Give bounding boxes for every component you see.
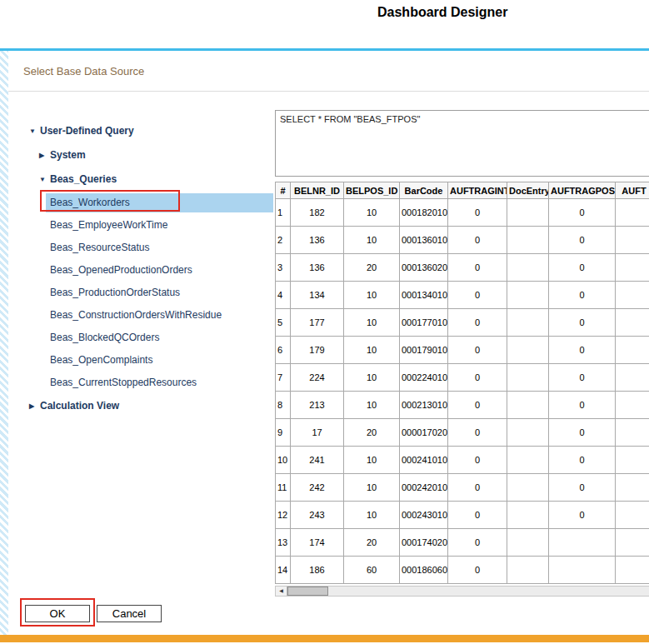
sql-query-editor[interactable]: SELECT * FROM "BEAS_FTPOS" [275, 110, 649, 177]
tree-item-beas-opencomplaints[interactable]: Beas_OpenComplaints [46, 351, 273, 370]
table-cell: 182 [291, 199, 344, 227]
column-header[interactable]: AUFTRAGPOS [549, 182, 616, 199]
table-cell [507, 529, 549, 557]
table-row[interactable]: 9172000001702000 [276, 419, 649, 447]
table-row[interactable]: 112421000024201000 [276, 474, 649, 502]
column-header[interactable]: DocEntry [507, 182, 549, 199]
tree-item-calculation-view[interactable]: ▶Calculation View [29, 397, 279, 414]
chevron-expanded-icon[interactable]: ▼ [29, 123, 40, 140]
cancel-button[interactable]: Cancel [97, 605, 162, 622]
tree-item-label: Beas_CurrentStoppedResources [50, 377, 197, 388]
table-cell: 0 [448, 419, 507, 447]
table-cell: 8 [276, 392, 291, 419]
table-cell: 213 [291, 392, 344, 419]
table-cell: 1 [276, 199, 291, 227]
tree-item-label: Beas_BlockedQCOrders [50, 332, 159, 343]
table-cell: 0 [549, 447, 616, 474]
table-cell [616, 282, 649, 309]
table-row[interactable]: 13174200001740200 [276, 529, 649, 557]
column-header[interactable]: BELNR_ID [291, 182, 344, 199]
table-row[interactable]: 21361000013601000 [276, 227, 649, 254]
table-row[interactable]: 122431000024301000 [276, 502, 649, 529]
table-cell: 0 [549, 199, 616, 227]
table-cell [507, 502, 549, 529]
column-header[interactable]: AUFTRAGINT [448, 182, 507, 199]
table-row[interactable]: 102411000024101000 [276, 447, 649, 474]
table-cell: 0 [549, 474, 616, 502]
table-cell: 6 [276, 337, 291, 364]
tree-item-label: Beas_ProductionOrderStatus [50, 287, 180, 298]
table-cell: 0 [549, 364, 616, 392]
tree-item-beas-productionorderstatus[interactable]: Beas_ProductionOrderStatus [46, 283, 273, 302]
ok-button[interactable]: OK [25, 605, 90, 622]
table-row[interactable]: 31362000013602000 [276, 254, 649, 282]
table-row[interactable]: 14186600001860600 [276, 557, 649, 584]
table-row[interactable]: 61791000017901000 [276, 337, 649, 364]
table-row[interactable]: 72241000022401000 [276, 364, 649, 392]
table-row[interactable]: 82131000021301000 [276, 392, 649, 419]
table-cell [507, 227, 549, 254]
chevron-expanded-icon[interactable]: ▼ [39, 172, 50, 188]
tree-item-beas-blockedqcorders[interactable]: Beas_BlockedQCOrders [46, 328, 273, 347]
table-cell: 000182010 [400, 199, 448, 227]
column-header[interactable]: AUFT [616, 182, 649, 199]
table-cell: 134 [291, 282, 344, 309]
table-cell [507, 474, 549, 502]
table-cell [616, 419, 649, 447]
table-cell: 10 [344, 309, 400, 337]
tree-item-label: Beas_EmployeeWorkTime [50, 219, 167, 231]
column-header[interactable]: BarCode [400, 182, 448, 199]
tree-item-beas-openedproductionorders[interactable]: Beas_OpenedProductionOrders [46, 261, 273, 280]
bottom-orange-bar [0, 635, 649, 642]
table-row[interactable]: 51771000017701000 [276, 309, 649, 337]
table-cell [507, 419, 549, 447]
table-cell: 0 [549, 282, 616, 309]
table-cell: 0 [448, 502, 507, 529]
table-cell: 0 [549, 502, 616, 529]
tree-item-label: Beas_Workorders [50, 197, 130, 208]
table-row[interactable]: 41341000013401000 [276, 282, 649, 309]
table-cell: 0 [448, 282, 507, 309]
table-cell [616, 557, 649, 584]
header-separator [8, 91, 649, 92]
column-header[interactable]: BELPOS_ID [344, 182, 400, 199]
tree-item-system[interactable]: ▶System [29, 147, 279, 163]
table-cell [507, 557, 549, 584]
table-cell [507, 282, 549, 309]
table-cell: 0 [448, 447, 507, 474]
table-cell: 000174020 [400, 529, 448, 557]
tree-item-beas-constructionorderswithresidue[interactable]: Beas_ConstructionOrdersWithResidue [46, 306, 273, 325]
scroll-left-icon[interactable]: ◀ [276, 587, 287, 596]
table-cell [507, 199, 549, 227]
tree-item-beas-queries[interactable]: ▼Beas_Queries [29, 171, 279, 187]
chevron-collapsed-icon[interactable]: ▶ [29, 398, 40, 415]
table-cell: 000177010 [400, 309, 448, 337]
tree-item-beas-workorders[interactable]: Beas_Workorders [46, 193, 273, 212]
table-cell [549, 557, 616, 584]
table-cell: 10 [344, 502, 400, 529]
horizontal-scrollbar[interactable]: ◀ [275, 586, 649, 597]
column-header[interactable]: # [276, 182, 291, 199]
table-cell [616, 392, 649, 419]
table-cell [507, 309, 549, 337]
tree-item-beas-currentstoppedresources[interactable]: Beas_CurrentStoppedResources [46, 373, 273, 392]
table-cell: 10 [344, 392, 400, 419]
chevron-collapsed-icon[interactable]: ▶ [39, 147, 50, 164]
table-row[interactable]: 11821000018201000 [276, 199, 649, 227]
table-cell: 20 [344, 529, 400, 557]
table-cell: 000242010 [400, 474, 448, 502]
table-cell: 0 [549, 227, 616, 254]
table-cell: 242 [291, 474, 344, 502]
tree-item-user-defined-query[interactable]: ▼User-Defined Query [29, 122, 279, 139]
tree-item-beas-resourcestatus[interactable]: Beas_ResourceStatus [46, 238, 273, 257]
left-stripe-decoration [0, 51, 8, 635]
table-cell: 0 [448, 529, 507, 557]
table-cell [616, 364, 649, 392]
table-cell: 0 [448, 254, 507, 282]
tree-item-beas-employeeworktime[interactable]: Beas_EmployeeWorkTime [46, 216, 273, 235]
table-cell: 4 [276, 282, 291, 309]
table-cell: 0 [448, 227, 507, 254]
scrollbar-thumb[interactable] [287, 587, 328, 596]
table-cell: 10 [344, 474, 400, 502]
table-cell: 000224010 [400, 364, 448, 392]
